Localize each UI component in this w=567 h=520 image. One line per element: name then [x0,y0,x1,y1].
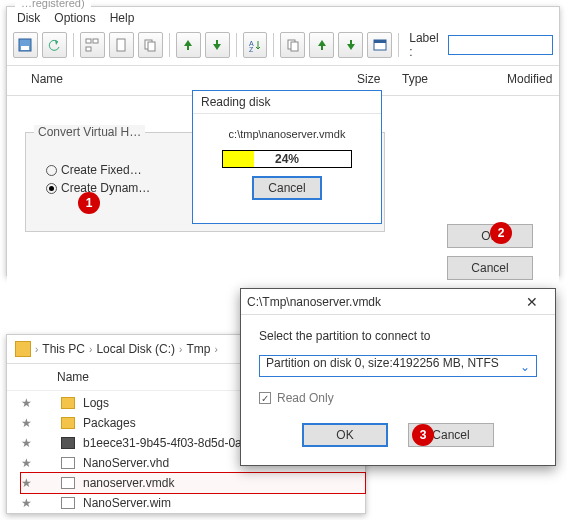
arrow-down2-icon[interactable] [338,32,363,58]
svg-rect-8 [187,46,189,50]
svg-rect-7 [148,42,155,51]
file-label: nanoserver.vmdk [83,476,174,490]
file-label: Logs [83,396,109,410]
tree-icon[interactable] [80,32,105,58]
toolbar: AZ Label : [7,29,559,66]
chevron-right-icon: › [179,344,182,355]
undo-icon[interactable] [42,32,67,58]
radio-fixed-label: Create Fixed… [61,163,142,177]
pin-icon: ★ [21,436,31,450]
pin-icon: ★ [21,476,31,490]
col-name[interactable]: Name [31,72,63,86]
chevron-right-icon: › [35,344,38,355]
pin-icon: ★ [21,396,31,410]
svg-rect-2 [86,39,91,43]
folder-icon [61,417,75,429]
copy-icon[interactable] [138,32,163,58]
group-title: Convert Virtual H… [34,125,145,139]
partition-combo[interactable]: Partition on disk 0, size:4192256 MB, NT… [259,355,537,377]
copy2-icon[interactable] [280,32,305,58]
chevron-right-icon: › [214,344,217,355]
chevron-down-icon: ⌄ [520,360,530,374]
marker-1: 1 [78,192,100,214]
readonly-label: Read Only [277,391,334,405]
svg-text:Z: Z [249,46,254,52]
list-item[interactable]: ★nanoserver.vmdk [21,473,365,493]
reading-cancel-button[interactable]: Cancel [252,176,322,200]
reading-disk-title: Reading disk [193,91,381,114]
file-label: NanoServer.wim [83,496,171,510]
progress-percent: 24% [223,151,351,167]
label-label: Label : [409,31,443,59]
marker-3: 3 [412,424,434,446]
cancel-button[interactable]: Cancel [447,256,533,280]
svg-rect-3 [93,39,98,43]
marker-2: 2 [490,222,512,244]
arrow-up-icon[interactable] [176,32,201,58]
partition-selected: Partition on disk 0, size:4192256 MB, NT… [266,356,499,370]
label-input[interactable] [448,35,553,55]
svg-rect-14 [321,46,323,50]
file-icon [61,477,75,489]
crumb-thispc[interactable]: This PC [42,342,85,356]
close-icon[interactable]: ✕ [515,289,549,315]
col-type[interactable]: Type [402,72,428,86]
svg-rect-13 [291,42,298,51]
folder-icon [15,341,31,357]
file-icon [61,457,75,469]
col-modified[interactable]: Modified [507,72,552,86]
crumb-localdisk[interactable]: Local Disk (C:) [96,342,175,356]
menubar: Disk Options Help [7,7,559,29]
pin-icon: ★ [21,456,31,470]
readonly-checkbox[interactable]: ✓ Read Only [259,391,537,405]
radio-dynamic[interactable]: Create Dynam… [46,181,150,195]
partition-dialog: C:\Tmp\nanoserver.vmdk ✕ Select the part… [240,288,556,466]
calendar-icon[interactable] [367,32,392,58]
svg-rect-9 [216,40,218,44]
svg-rect-15 [350,40,352,44]
file-label: NanoServer.vhd [83,456,169,470]
radio-fixed[interactable]: Create Fixed… [46,163,150,177]
reading-disk-dialog: Reading disk c:\tmp\nanoserver.vmdk 24% … [192,90,382,224]
disk-icon [61,437,75,449]
menu-options[interactable]: Options [54,11,95,25]
reading-disk-path: c:\tmp\nanoserver.vmdk [193,128,381,140]
partition-message: Select the partition to connect to [259,329,537,343]
arrow-up2-icon[interactable] [309,32,334,58]
file-icon [61,497,75,509]
col-size[interactable]: Size [357,72,380,86]
list-item[interactable]: ★NanoServer.wim [21,493,365,513]
partition-ok-button[interactable]: OK [302,423,388,447]
svg-rect-4 [86,47,91,51]
folder-icon [61,397,75,409]
app-title: …registered) [15,0,91,9]
progress-bar: 24% [222,150,352,168]
svg-rect-1 [21,46,29,50]
pin-icon: ★ [21,496,31,510]
checkbox-icon: ✓ [259,392,271,404]
arrow-down-icon[interactable] [205,32,230,58]
partition-dialog-title: C:\Tmp\nanoserver.vmdk [247,295,381,309]
chevron-right-icon: › [89,344,92,355]
svg-rect-5 [117,39,125,51]
save-icon[interactable] [13,32,38,58]
doc-icon[interactable] [109,32,134,58]
menu-disk[interactable]: Disk [17,11,40,25]
file-label: Packages [83,416,136,430]
radio-dynamic-label: Create Dynam… [61,181,150,195]
crumb-tmp[interactable]: Tmp [186,342,210,356]
pin-icon: ★ [21,416,31,430]
svg-rect-17 [374,40,386,43]
sort-az-icon[interactable]: AZ [243,32,268,58]
menu-help[interactable]: Help [110,11,135,25]
